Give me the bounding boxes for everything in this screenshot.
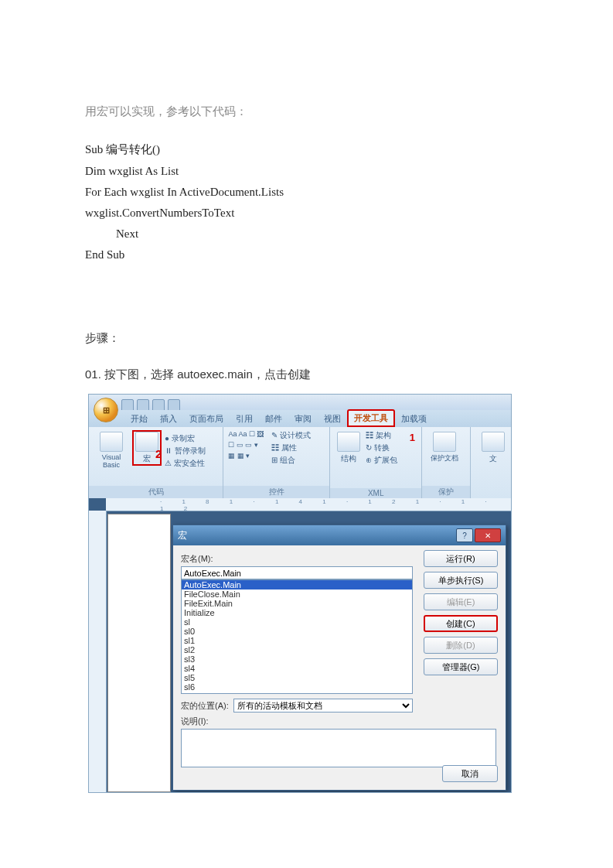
ruler-horizontal[interactable]: · 1 8 1 · 1 4 1 · 1 2 1 · 1 · 1 2 [106,498,511,511]
dialog-titlebar[interactable]: 宏 ? ✕ [173,525,506,545]
page-canvas[interactable] [107,514,171,792]
code-line: wxglist.ConvertNumbersToText [85,207,528,220]
ruler-vertical[interactable] [89,511,107,792]
structure-label: 结构 [336,453,361,464]
group-xml-label: XML [330,488,421,498]
schema[interactable]: ☷ 架构 [366,430,397,441]
code-line: Next [85,227,528,241]
annotation-2: 2 [155,447,162,460]
help-button[interactable]: ? [456,528,473,542]
structure-button[interactable]: 结构 [335,430,363,466]
code-line: End Sub [85,248,528,261]
cancel-button[interactable]: 取消 [442,765,498,782]
macro-location-label: 宏的位置(A): [181,700,229,712]
word-screenshot: ⊞ 开始 插入 页面布局 引用 邮件 审阅 视图 开发工具 加载项 [88,394,512,793]
description-box[interactable] [181,729,496,767]
group-code-label: 代码 [89,486,223,498]
control-opts: ✎ 设计模式 ☷ 属性 ⊞ 组合 [271,430,311,466]
list-item[interactable]: sl5 [182,673,412,682]
tab-addins[interactable]: 加载项 [395,411,433,427]
macro-location-select[interactable]: 所有的活动模板和文档 [233,699,413,713]
office-button[interactable]: ⊞ [94,398,118,422]
edit-button[interactable]: 编辑(E) [424,593,498,610]
ribbon-tabs: 开始 插入 页面布局 引用 邮件 审阅 视图 开发工具 加载项 [89,410,511,427]
group-controls-label: 控件 [223,486,329,498]
code-line: Sub 编号转化() [85,142,528,157]
expansion[interactable]: ⊕ 扩展包 [366,455,397,466]
list-item[interactable]: AutoExec.Main [182,580,412,589]
design-mode[interactable]: ✎ 设计模式 [271,430,311,441]
list-item[interactable]: sl0 [182,627,412,636]
list-item[interactable]: sl [182,617,412,627]
group-code: Visual Basic 宏 ● 录制宏 ⏸ 暂停录制 ⚠ 宏安全性 代码 [89,427,223,498]
close-button[interactable]: ✕ [475,528,501,542]
step-01: 01. 按下图，选择 autoexec.main，点击创建 [85,367,528,382]
control-palette[interactable]: Aa Aa ☐ 🖾 ☐ ▭ ▭ ▾ ▦ ▦ ▾ [228,430,264,460]
dialog-title-text: 宏 [178,529,187,542]
macro-listbox[interactable]: AutoExec.Main FileClose.Main FileExit.Ma… [181,579,413,694]
tab-layout[interactable]: 页面布局 [183,411,230,427]
description-label: 说明(I): [181,716,498,727]
organizer-button[interactable]: 管理器(G) [424,658,498,675]
delete-button[interactable]: 删除(D) [424,637,498,654]
ribbon: Visual Basic 宏 ● 录制宏 ⏸ 暂停录制 ⚠ 宏安全性 代码 [89,427,511,499]
group-templates: 文 [471,427,511,498]
structure-icon [337,432,360,452]
macro-name-input[interactable] [181,566,413,579]
xml-opts: ☷ 架构 ↻ 转换 ⊕ 扩展包 [366,430,397,466]
run-button[interactable]: 运行(R) [424,550,498,567]
macro-dialog: 宏 ? ✕ 宏名(M): AutoExec.Main FileClose.Mai… [172,525,506,791]
vb-icon [100,432,123,452]
create-button[interactable]: 创建(C) [424,615,498,632]
intro-text: 用宏可以实现，参考以下代码： [85,104,528,119]
vb-label: Visual Basic [95,453,128,469]
code-block: Sub 编号转化() Dim wxglist As List For Each … [85,142,528,261]
template-icon [482,432,505,452]
tab-mailings[interactable]: 邮件 [259,411,288,427]
code-options: ● 录制宏 ⏸ 暂停录制 ⚠ 宏安全性 [165,433,206,469]
protect-label: 保护文档 [428,453,461,463]
templates-button[interactable]: 文 [475,430,511,466]
tab-home[interactable]: 开始 [124,411,154,427]
step-button[interactable]: 单步执行(S) [424,572,498,589]
dialog-buttons: 运行(R) 单步执行(S) 编辑(E) 创建(C) 删除(D) 管理器(G) [424,550,498,675]
group-controls: Aa Aa ☐ 🖾 ☐ ▭ ▭ ▾ ▦ ▦ ▾ ✎ 设计模式 ☷ 属性 ⊞ 组合… [223,427,330,498]
template-label: 文 [477,453,509,464]
record-macro[interactable]: ● 录制宏 [165,433,206,444]
macro-security[interactable]: ⚠ 宏安全性 [165,458,206,469]
tab-insert[interactable]: 插入 [154,411,183,427]
tab-view[interactable]: 视图 [318,411,347,427]
tab-review[interactable]: 审阅 [288,411,318,427]
list-item[interactable]: Initialize [182,608,412,617]
code-line: Dim wxglist As List [85,165,528,178]
protect-doc-button[interactable]: 保护文档 [427,430,462,465]
document-page: 用宏可以实现，参考以下代码： Sub 编号转化() Dim wxglist As… [0,0,613,868]
properties[interactable]: ☷ 属性 [271,443,311,453]
list-item[interactable]: sl3 [182,654,412,664]
pause-record[interactable]: ⏸ 暂停录制 [165,446,206,456]
transform[interactable]: ↻ 转换 [366,443,397,453]
protect-icon [433,432,456,452]
list-item[interactable]: FileClose.Main [182,589,412,599]
annotation-1: 1 [410,432,415,443]
tab-references[interactable]: 引用 [230,411,259,427]
group-protect: 保护文档 保护 [422,427,471,498]
group-protect-label: 保护 [422,486,470,498]
list-item[interactable]: sl4 [182,664,412,673]
group-controls-combine[interactable]: ⊞ 组合 [271,455,311,466]
list-item[interactable]: sl2 [182,645,412,654]
visual-basic-button[interactable]: Visual Basic [94,430,129,470]
code-line: For Each wxglist In ActiveDocument.Lists [85,186,528,199]
list-item[interactable]: sl6 [182,682,412,692]
steps-heading: 步骤： [85,331,528,346]
tab-developer[interactable]: 开发工具 [347,409,395,427]
list-item[interactable]: sl1 [182,636,412,645]
group-xml: 1 结构 ☷ 架构 ↻ 转换 ⊕ 扩展包 XML [330,427,422,498]
list-item[interactable]: FileExit.Main [182,599,412,608]
